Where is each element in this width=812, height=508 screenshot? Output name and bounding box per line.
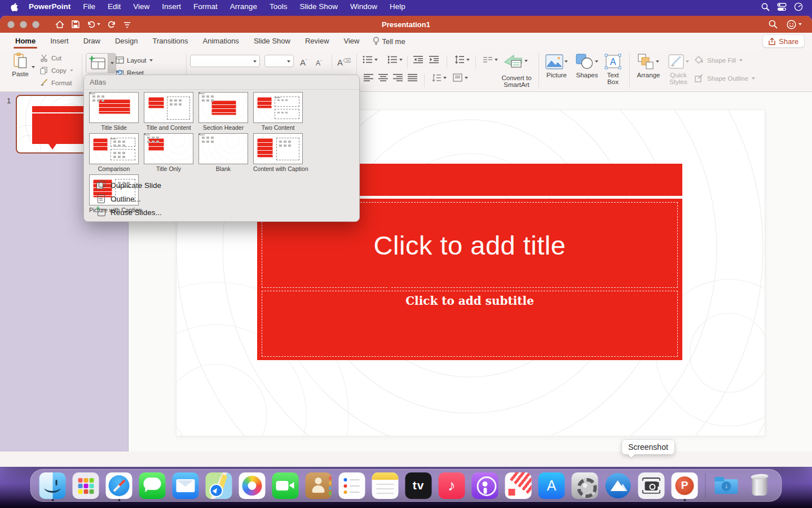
home-icon[interactable]: [55, 20, 64, 29]
new-slide-dropdown[interactable]: [108, 54, 116, 73]
dock-app[interactable]: [36, 469, 69, 502]
layout-menu-item[interactable]: Duplicate Slide: [84, 178, 359, 192]
dock-app-icon[interactable]: [747, 472, 773, 499]
dock-app-icon[interactable]: [539, 472, 565, 499]
dock-app[interactable]: [336, 469, 369, 502]
share-button[interactable]: Share: [763, 35, 804, 47]
zoom-window-button[interactable]: [32, 21, 39, 28]
align-right-button[interactable]: [393, 73, 403, 82]
dock-app[interactable]: [202, 469, 236, 502]
dock-app-icon[interactable]: [572, 472, 598, 499]
layout-menu-item[interactable]: Reuse Slides...: [84, 205, 359, 219]
control-center-icon[interactable]: [777, 2, 787, 12]
layout-card[interactable]: Two Content: [253, 92, 303, 131]
align-left-button[interactable]: [364, 73, 374, 82]
arrange-button[interactable]: Arrange: [634, 52, 663, 78]
dock-app[interactable]: [502, 469, 535, 502]
columns-button[interactable]: [483, 55, 498, 64]
picture-button[interactable]: Picture: [542, 52, 571, 78]
dock-app-icon[interactable]: [206, 472, 232, 499]
shape-fill-button[interactable]: Shape Fill: [695, 56, 743, 64]
dock-app-icon[interactable]: [672, 472, 698, 499]
dock-app-icon[interactable]: [39, 472, 66, 499]
paste-button[interactable]: Paste: [7, 52, 34, 77]
dock-app-icon[interactable]: [173, 472, 199, 499]
dock-app-icon[interactable]: [272, 472, 299, 499]
dock-app[interactable]: [402, 469, 435, 502]
layout-card[interactable]: Comparison: [89, 133, 139, 172]
dock-app-icon[interactable]: [306, 472, 332, 499]
menu-bar-item[interactable]: Slide Show: [293, 0, 344, 14]
justify-button[interactable]: [408, 73, 418, 82]
cut-button[interactable]: Cut: [39, 54, 61, 62]
layout-card[interactable]: Blank: [198, 133, 248, 172]
menu-bar-item[interactable]: File: [77, 0, 102, 14]
decrease-font-size-button[interactable]: Aˇ: [316, 55, 322, 67]
quick-styles-button[interactable]: QuickStyles: [665, 52, 691, 85]
siri-icon[interactable]: [793, 2, 803, 12]
tell-me-button[interactable]: Tell me: [367, 37, 411, 46]
menu-bar-item[interactable]: Arrange: [224, 0, 263, 14]
dock-app[interactable]: [302, 469, 336, 502]
dock-app[interactable]: [69, 469, 103, 502]
dock-app-icon[interactable]: [405, 472, 432, 499]
undo-icon[interactable]: [87, 20, 100, 28]
dock-app[interactable]: [710, 469, 743, 502]
menu-bar-item[interactable]: Window: [344, 0, 383, 14]
new-slide-button[interactable]: [86, 53, 116, 73]
ribbon-tab[interactable]: Transitions: [145, 33, 195, 50]
redo-icon[interactable]: [108, 20, 116, 28]
ribbon-tab[interactable]: Insert: [43, 33, 76, 50]
ribbon-tab[interactable]: Review: [298, 33, 337, 50]
close-window-button[interactable]: [7, 21, 15, 28]
text-box-button[interactable]: A TextBox: [601, 52, 625, 85]
decrease-indent-button[interactable]: [413, 55, 423, 64]
dock-app[interactable]: [743, 469, 776, 502]
dock-app[interactable]: [568, 469, 602, 502]
undo-dropdown-chevron[interactable]: [97, 23, 100, 25]
bullets-button[interactable]: [363, 55, 378, 64]
dock-app-icon[interactable]: [713, 472, 740, 499]
account-icon[interactable]: [787, 20, 802, 29]
dock-app[interactable]: [103, 469, 136, 502]
copy-button[interactable]: Copy: [39, 66, 73, 75]
menu-bar-item[interactable]: Tools: [263, 0, 294, 14]
increase-indent-button[interactable]: [429, 55, 439, 64]
ribbon-tab[interactable]: Slide Show: [246, 33, 298, 50]
subtitle-placeholder[interactable]: Click to add subtitle: [262, 291, 678, 357]
ribbon-tab[interactable]: Animations: [196, 33, 246, 50]
layout-card[interactable]: Content with Caption: [253, 133, 303, 172]
layout-button[interactable]: Layout: [116, 56, 153, 64]
text-direction-button[interactable]: [431, 73, 447, 82]
ribbon-tab[interactable]: Home: [8, 33, 43, 50]
save-icon[interactable]: [72, 20, 80, 28]
menu-bar-item[interactable]: Format: [187, 0, 224, 14]
dock-app[interactable]: [668, 469, 701, 502]
dock-app-icon[interactable]: [605, 472, 632, 499]
dock-app-icon[interactable]: [439, 472, 465, 499]
dock-app[interactable]: [169, 469, 202, 502]
layout-card[interactable]: Section Header: [198, 92, 248, 131]
dock-app-icon[interactable]: [106, 472, 133, 499]
increase-font-size-button[interactable]: Aˆ: [300, 55, 307, 67]
align-text-button[interactable]: [453, 73, 468, 82]
menu-bar-item[interactable]: Help: [383, 0, 412, 14]
numbering-button[interactable]: [387, 55, 403, 64]
shape-outline-button[interactable]: Shape Outline: [695, 74, 755, 82]
font-name-select[interactable]: [190, 55, 260, 67]
align-center-button[interactable]: [378, 73, 389, 82]
clear-formatting-button[interactable]: A⌫: [337, 55, 351, 67]
slide-title-block[interactable]: Click to add title Click to add subtitle: [257, 199, 682, 360]
menu-bar-item[interactable]: PowerPoint: [23, 0, 77, 14]
layout-card[interactable]: Title Only: [144, 133, 193, 172]
dock-app[interactable]: [535, 469, 568, 502]
minimize-window-button[interactable]: [20, 21, 27, 28]
dock-app[interactable]: [136, 469, 169, 502]
customize-toolbar-icon[interactable]: [123, 21, 131, 28]
line-spacing-button[interactable]: [454, 55, 470, 64]
dock-app-icon[interactable]: [505, 472, 532, 499]
search-icon[interactable]: [761, 2, 770, 12]
dock-app-icon[interactable]: [472, 472, 498, 499]
convert-to-smartart-button[interactable]: [504, 53, 528, 69]
dock-app-icon[interactable]: [638, 472, 665, 499]
